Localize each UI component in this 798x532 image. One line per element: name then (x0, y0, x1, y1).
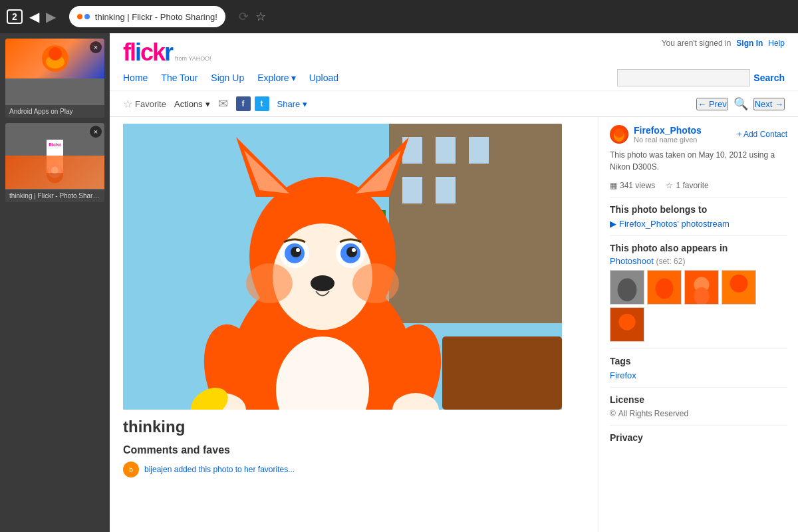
thumb-4-icon (722, 270, 755, 305)
main-content: thinking Comments and faves b bijeajen a… (110, 117, 798, 532)
author-real-name: No real name given (634, 136, 732, 144)
reload-button[interactable]: ⟳ (239, 9, 249, 24)
actions-chevron-icon: ▾ (205, 99, 210, 109)
photo-info: This photo was taken on May 10, 2012 usi… (610, 149, 787, 173)
facebook-icon[interactable]: f (236, 96, 251, 111)
twitter-icon[interactable]: t (255, 96, 269, 111)
flickr-f: fl (123, 39, 135, 66)
sign-in-link[interactable]: Sign In (736, 39, 763, 48)
actions-dropdown-button[interactable]: Actions ▾ (174, 99, 210, 109)
comments-heading: Comments and faves (123, 444, 585, 456)
privacy-title: Privacy (610, 432, 787, 443)
thumb-5-icon (610, 307, 644, 342)
nav-explore[interactable]: Explore ▾ (257, 72, 295, 83)
license-section: License © All Rights Reserved (610, 394, 787, 418)
svg-rect-16 (442, 336, 562, 410)
tab-item-android[interactable]: Android Apps on Play × (5, 39, 104, 118)
thumb-1[interactable] (610, 270, 644, 305)
photo-caption: thinking (123, 418, 585, 436)
thumb-4[interactable] (722, 270, 756, 305)
nav-home[interactable]: Home (123, 72, 148, 83)
add-contact-button[interactable]: + Add Contact (737, 130, 787, 139)
ssl-dot-orange (77, 14, 82, 19)
zoom-button[interactable]: 🔍 (733, 96, 748, 111)
svg-point-31 (296, 248, 300, 252)
not-signed-in-text: You aren't signed in (662, 39, 732, 48)
address-text: thinking | Flickr - Photo Sharing! (95, 12, 217, 22)
svg-point-34 (246, 263, 293, 303)
tags-section: Tags Firefox (610, 356, 787, 380)
flickr-auth: You aren't signed in Sign In Help (662, 39, 785, 48)
favorite-button[interactable]: ☆ Favorite (123, 98, 166, 110)
bookmark-button[interactable]: ☆ (255, 9, 266, 24)
svg-point-50 (694, 287, 709, 305)
tab-item-flickr[interactable]: flickr thinking | Flickr - Photo Sharing… (5, 123, 104, 202)
divider-2 (610, 235, 787, 236)
svg-rect-11 (402, 177, 422, 203)
svg-point-33 (311, 275, 334, 291)
author-avatar-icon (610, 125, 628, 144)
photo-actions-bar: ☆ Favorite Actions ▾ ✉ f t Share ▾ ← Pre… (110, 91, 798, 117)
tab-close-flickr[interactable]: × (90, 126, 102, 138)
taskbar-left: 2 ◀ ▶ thinking | Flickr - Photo Sharing!… (7, 6, 266, 27)
flickr-logo-text: flickr (123, 39, 172, 66)
svg-point-2 (49, 47, 62, 61)
thumb-3[interactable] (684, 270, 719, 305)
search-button[interactable]: Search (753, 72, 785, 83)
author-info: Firefox_Photos No real name given (634, 125, 732, 144)
tab-label-flickr: thinking | Flickr - Photo Sharing! (5, 190, 104, 202)
nav-arrows: ← Prev 🔍 Next → (696, 96, 785, 111)
thumb-2[interactable] (647, 270, 682, 305)
nav-sign-up[interactable]: Sign Up (211, 72, 244, 83)
tab-close-android[interactable]: × (90, 41, 102, 53)
flickr-ck: ck (140, 39, 164, 66)
author-name[interactable]: Firefox_Photos (634, 125, 732, 136)
svg-point-30 (346, 247, 357, 257)
favorites-count: 1 favorite (676, 181, 708, 190)
ssl-dots (77, 14, 90, 19)
explore-dropdown-icon: ▾ (291, 72, 296, 83)
license-text: © All Rights Reserved (610, 409, 787, 418)
copyright-icon: © (610, 409, 616, 418)
comment-item: b bijeajen added this photo to her favor… (123, 462, 585, 477)
nav-the-tour[interactable]: The Tour (161, 72, 198, 83)
thumb-5[interactable] (610, 307, 644, 342)
thumb-2-icon (648, 270, 681, 305)
flickr-header: flickr from YAHOO! You aren't signed in … (110, 33, 798, 91)
nav-upload[interactable]: Upload (309, 72, 338, 83)
divider-1 (610, 197, 787, 198)
search-input[interactable] (617, 69, 750, 86)
svg-point-29 (291, 247, 301, 257)
favorites-stat: ☆ 1 favorite (666, 181, 708, 190)
android-logo-icon (39, 42, 72, 75)
address-bar[interactable]: thinking | Flickr - Photo Sharing! (69, 6, 225, 27)
svg-rect-9 (436, 137, 456, 164)
photoshoot-link[interactable]: Photoshoot (610, 256, 654, 266)
svg-point-47 (656, 279, 674, 299)
author-avatar (610, 125, 628, 144)
share-button[interactable]: Share ▾ (277, 99, 308, 109)
photostream-link[interactable]: ▶ Firefox_Photos' photostream (610, 219, 787, 229)
svg-point-45 (618, 279, 637, 302)
svg-rect-12 (436, 177, 456, 203)
svg-point-35 (352, 263, 399, 303)
email-icon[interactable]: ✉ (218, 96, 228, 111)
photo-fox (123, 124, 562, 410)
views-stat: ▦ 341 views (610, 181, 655, 190)
back-button[interactable]: ◀ (29, 9, 39, 25)
fox-thumbnail-icon (43, 161, 66, 184)
tag-firefox[interactable]: Firefox (610, 370, 787, 380)
flickr-logo: flickr from YAHOO! (123, 39, 211, 66)
tab-count[interactable]: 2 (7, 9, 23, 24)
author-row: Firefox_Photos No real name given + Add … (610, 125, 787, 144)
next-button[interactable]: Next → (753, 98, 785, 110)
from-yahoo: from YAHOO! (175, 55, 211, 62)
prev-button[interactable]: ← Prev (696, 98, 728, 110)
views-bar-icon: ▦ (610, 181, 617, 190)
main-area: Android Apps on Play × flickr thinking |… (0, 33, 798, 532)
forward-button[interactable]: ▶ (46, 9, 56, 25)
help-link[interactable]: Help (768, 39, 785, 48)
browser-content: flickr from YAHOO! You aren't signed in … (110, 33, 798, 532)
search-area: Search (617, 69, 785, 86)
set-count: (set: 62) (656, 257, 685, 266)
